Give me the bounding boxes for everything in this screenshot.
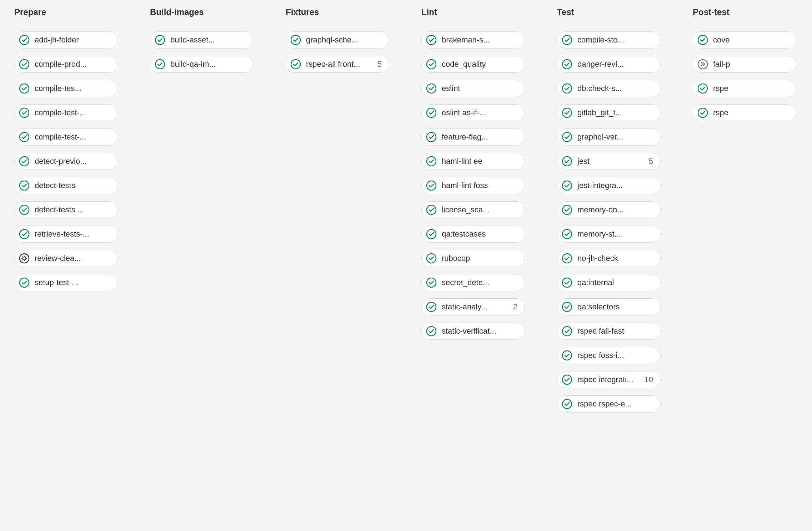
job-pill[interactable]: rspec foss-i... (557, 347, 661, 364)
status-passed-icon (155, 59, 165, 70)
job-label: feature-flag... (442, 132, 518, 142)
job-pill[interactable]: rubocop (421, 250, 525, 267)
stage-header: Prepare (14, 7, 118, 17)
job-pill[interactable]: setup-test-... (14, 274, 118, 291)
job-pill[interactable]: static-analy...2 (421, 298, 525, 315)
status-passed-icon (426, 229, 437, 239)
job-label: qa:internal (577, 278, 654, 287)
svg-point-19 (20, 278, 29, 287)
job-pill[interactable]: memory-st... (557, 226, 661, 243)
status-passed-icon (562, 350, 572, 361)
status-passed-icon (19, 107, 30, 118)
status-passed-icon (562, 302, 572, 312)
job-label: cove (713, 35, 790, 45)
stage-header: Fixtures (286, 7, 389, 17)
svg-point-49 (562, 327, 572, 336)
svg-point-2 (20, 84, 29, 93)
job-pill[interactable]: compile-test-... (14, 128, 118, 146)
job-pill[interactable]: rspe (693, 104, 796, 121)
job-pill[interactable]: haml-lint foss (421, 177, 525, 194)
svg-point-10 (23, 257, 26, 260)
job-pill[interactable]: brakeman-s... (421, 31, 525, 49)
job-pill[interactable]: detect-previo... (14, 153, 118, 170)
job-pill[interactable]: graphql-ver... (557, 128, 661, 146)
status-passed-icon (19, 229, 30, 239)
job-label: memory-on... (577, 205, 654, 214)
pipeline-stage: Post-testcovefail-prsperspe (693, 7, 796, 121)
job-pill[interactable]: cove (693, 31, 796, 49)
job-pill[interactable]: danger-revi... (557, 56, 661, 73)
job-pill[interactable]: rspec fail-fast (557, 323, 661, 340)
status-passed-icon (426, 277, 437, 288)
job-pill[interactable]: qa:testcases (421, 226, 525, 243)
job-pill[interactable]: qa:selectors (557, 298, 661, 315)
job-pill[interactable]: detect-tests ... (14, 201, 118, 218)
job-pill[interactable]: feature-flag... (421, 128, 525, 146)
job-pill[interactable]: qa:internal (557, 274, 661, 291)
svg-point-50 (562, 351, 572, 360)
job-pill[interactable]: rspec integrati...10 (557, 371, 661, 388)
status-passed-icon (562, 59, 572, 70)
job-pill[interactable]: retrieve-tests-... (14, 226, 118, 243)
job-label: retrieve-tests-... (35, 229, 111, 239)
job-pill[interactable]: license_sca... (421, 201, 525, 218)
job-pill[interactable]: graphql-sche... (286, 31, 389, 49)
job-label: jest (577, 157, 644, 166)
svg-point-29 (427, 157, 436, 166)
status-passed-icon (562, 253, 572, 264)
status-passed-icon (562, 399, 572, 409)
job-pill[interactable]: build-asset... (150, 31, 254, 49)
job-pill[interactable]: detect-tests (14, 177, 118, 194)
svg-point-27 (427, 108, 436, 117)
status-passed-icon (426, 253, 437, 264)
svg-point-38 (562, 60, 572, 69)
job-label: brakeman-s... (442, 35, 518, 45)
svg-line-15 (22, 257, 23, 257)
job-pill[interactable]: add-jh-folder (14, 31, 118, 49)
job-pill[interactable]: code_quality (421, 56, 525, 73)
status-passed-icon (19, 132, 30, 142)
job-pill[interactable]: jest5 (557, 153, 661, 170)
job-pill[interactable]: memory-on... (557, 201, 661, 218)
job-pill[interactable]: compile-tes... (14, 80, 118, 97)
job-pill[interactable]: secret_dete... (421, 274, 525, 291)
job-label: detect-previo... (35, 157, 111, 166)
job-label: add-jh-folder (35, 35, 111, 45)
status-passed-icon (562, 107, 572, 118)
job-pill[interactable]: compile-sto... (557, 31, 661, 49)
job-pill[interactable]: haml-lint ee (421, 153, 525, 170)
svg-point-23 (291, 60, 300, 69)
stage-header: Lint (421, 7, 525, 17)
job-pill[interactable]: compile-prod... (14, 56, 118, 73)
status-passed-icon (426, 156, 437, 167)
job-pill[interactable]: db:check-s... (557, 80, 661, 97)
job-pill[interactable]: jest-integra... (557, 177, 661, 194)
job-pill[interactable]: eslint (421, 80, 525, 97)
job-pill[interactable]: build-qa-im... (150, 56, 254, 73)
svg-point-34 (427, 278, 436, 287)
status-passed-icon (19, 59, 30, 70)
job-pill[interactable]: static-verificat... (421, 323, 525, 340)
job-pill[interactable]: rspec rspec-e... (557, 395, 661, 413)
job-label: code_quality (442, 60, 518, 69)
job-pill[interactable]: rspec-all front...5 (286, 56, 389, 73)
status-passed-icon (19, 180, 30, 191)
status-passed-icon (562, 326, 572, 337)
job-pill[interactable]: gitlab_git_t... (557, 104, 661, 121)
svg-point-21 (155, 60, 165, 69)
job-label: rspec-all front... (306, 60, 372, 69)
status-skipped-icon (697, 59, 708, 70)
status-passed-icon (426, 83, 437, 94)
job-pill[interactable]: no-jh-check (557, 250, 661, 267)
job-label: static-verificat... (442, 327, 518, 336)
svg-point-45 (562, 229, 572, 239)
job-pill[interactable]: eslint as-if-... (421, 104, 525, 121)
job-pill[interactable]: review-clea... (14, 250, 118, 267)
job-pill[interactable]: compile-test-... (14, 104, 118, 121)
job-pill[interactable]: fail-p (693, 56, 796, 73)
svg-point-53 (698, 35, 707, 45)
status-passed-icon (426, 59, 437, 70)
job-pill[interactable]: rspe (693, 80, 796, 97)
job-label: fail-p (713, 60, 790, 69)
status-passed-icon (562, 83, 572, 94)
